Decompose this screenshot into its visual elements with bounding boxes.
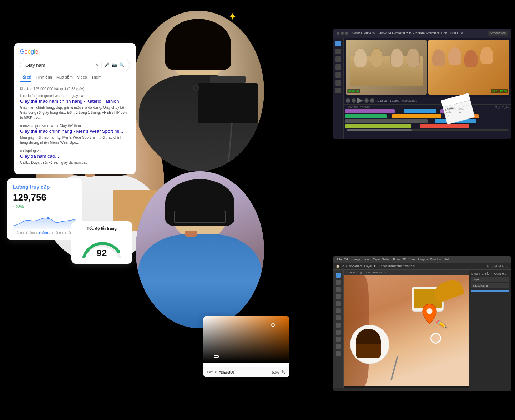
edit-pencil-icon: ✏️ — [436, 319, 447, 330]
photo-editor-panel: File Edit Image Layer Type Select Filter… — [333, 256, 511, 391]
segment-2-2 — [392, 114, 441, 118]
pe-tool-eraser[interactable] — [336, 315, 341, 320]
person-cameraman-oval — [132, 11, 264, 171]
pe-tool-gradient[interactable] — [336, 323, 341, 328]
color-picker: Hex ▾ #DE6B00 50% ✎ — [203, 316, 289, 377]
pe-tool-eyedrop[interactable] — [336, 294, 341, 299]
tab-images[interactable]: Hình ảnh — [36, 75, 52, 82]
cp-alpha-selector[interactable] — [214, 355, 219, 358]
pe-menu-edit[interactable]: Edit — [344, 258, 350, 261]
pe-layer-bg[interactable]: Background — [471, 283, 509, 288]
hair-cameraman — [165, 19, 231, 70]
preview-left-content — [346, 40, 427, 95]
ve-tool-6[interactable] — [335, 80, 341, 86]
preview-right-content — [428, 40, 509, 95]
ve-scrollbar[interactable] — [347, 129, 509, 131]
pe-menu-image[interactable]: Image — [352, 258, 360, 261]
person-cameraman-bg — [132, 11, 264, 171]
person-head-3 — [390, 48, 403, 67]
pe-layer-bar — [471, 290, 509, 292]
pe-auto-select[interactable]: ✓ Auto-Select — [342, 264, 362, 268]
tab-shopping[interactable]: Mua sắm — [56, 75, 73, 82]
camera-icon[interactable]: 📷 — [112, 62, 117, 67]
tab-all[interactable]: Tất cả — [20, 75, 31, 82]
pe-menu-select[interactable]: Select — [382, 258, 391, 261]
pe-menu-window[interactable]: Window — [430, 258, 442, 261]
pe-tool-hand[interactable] — [336, 351, 341, 356]
ve-dot-3 — [345, 32, 348, 35]
result-2-desc: Mua giày thể thao nam tại Men's Wear Spo… — [20, 135, 130, 145]
ve-filename: Source: 40/2024_34852_FLC-master.2 ✕ Pro… — [352, 31, 463, 35]
result-3-desc: Callt... Được thiết kế se... giày da nam… — [20, 160, 130, 165]
cp-hue-selector[interactable] — [206, 364, 211, 366]
pe-tool-brush[interactable] — [336, 301, 341, 306]
btn-play[interactable] — [357, 98, 363, 103]
result-1-url: katerio fashion.gosell.vn › nam › giay-n… — [20, 94, 130, 98]
ve-tool-3[interactable] — [335, 56, 341, 62]
pe-tool-move[interactable] — [336, 273, 341, 278]
result-2-title[interactable]: Giày thể thao chính hãng - Men's Wear Sp… — [20, 128, 130, 135]
clear-icon[interactable]: ✕ — [95, 62, 99, 67]
cp-eyedropper-icon[interactable]: ✎ — [281, 369, 286, 375]
pe-menu-help[interactable]: Help — [444, 258, 451, 261]
pe-tool-sidebar — [333, 270, 344, 388]
ve-tool-1[interactable] — [335, 41, 341, 46]
pe-tool-text[interactable] — [336, 337, 341, 342]
voice-icon[interactable]: 🎤 — [104, 62, 110, 67]
pe-menu-filter[interactable]: Filter — [393, 258, 400, 261]
ve-scrollbar-thumb[interactable] — [347, 129, 412, 131]
cp-bottom-row: Hex ▾ #DE6B00 50% ✎ — [203, 367, 289, 377]
cp-color-selector-dot[interactable] — [271, 323, 275, 327]
pe-tool-lasso[interactable] — [336, 280, 341, 285]
pe-menu-3d[interactable]: 3D — [402, 258, 407, 261]
ve-timeline-area: HEADING LEGENDS 31_4 31_14 — [344, 104, 511, 139]
search-bar[interactable]: Giày nam ✕ | 🎤 📷 🔍 — [20, 59, 130, 71]
pe-menu-view[interactable]: View — [409, 258, 415, 261]
pe-home-icon: 🏠 — [336, 264, 340, 268]
ve-tc-end: 00:03:11:11 — [402, 99, 417, 102]
ve-tool-2[interactable] — [335, 49, 341, 54]
ve-tl-label: HEADING LEGENDS — [347, 106, 370, 108]
btn-goto-end[interactable] — [370, 98, 374, 103]
pe-tool-stamp[interactable] — [336, 308, 341, 313]
segment-4-2 — [420, 124, 470, 128]
tab-more[interactable]: Thêm — [91, 75, 101, 82]
ve-tool-5[interactable] — [335, 72, 341, 78]
svg-point-0 — [47, 217, 49, 219]
traffic-chart — [13, 212, 76, 229]
pe-menu-file[interactable]: File — [337, 258, 342, 261]
pe-layer-label: Layer ▼ — [364, 264, 377, 268]
cp-chevron-down-icon[interactable]: ▾ — [215, 370, 217, 374]
search-icon[interactable]: 🔍 — [119, 62, 125, 67]
tab-video[interactable]: Video — [77, 75, 87, 82]
ve-tool-7[interactable] — [335, 88, 341, 93]
pe-options-bar: 🏠 ✓ Auto-Select Layer ▼ Show Transform C… — [333, 263, 511, 270]
result-3-title[interactable]: Giày da nam cao... — [20, 153, 130, 160]
pe-tool-pen[interactable] — [336, 330, 341, 335]
cp-opacity-value[interactable]: 50% — [272, 370, 279, 374]
pe-tool-shape[interactable] — [336, 344, 341, 349]
ve-marker-2: 31_14 — [502, 106, 509, 108]
pe-menu-layer[interactable]: Layer — [363, 258, 371, 261]
location-pin-icon — [421, 303, 438, 326]
btn-next-frame[interactable] — [364, 98, 369, 103]
video-editor-body: 00:00:04 00:01:12:00 — [333, 38, 511, 139]
btn-prev-frame[interactable] — [352, 98, 356, 103]
cp-hex-value[interactable]: #DE6B00 — [219, 370, 270, 374]
pe-tool-crop[interactable] — [336, 287, 341, 292]
google-search-card: G o o g l e Giày nam ✕ | 🎤 📷 🔍 Tất cả Hì… — [14, 43, 136, 174]
pe-show-transform[interactable]: Show Transform Controls — [378, 264, 415, 268]
main-scene: ✦ G o o g l e Giày nam ✕ | 🎤 📷 🔍 Tất cả … — [0, 0, 515, 420]
ve-dot-1 — [337, 32, 339, 35]
ve-production-tab[interactable]: Production — [488, 31, 508, 36]
pe-canvas-area: Untitled-1 @ 100% (RGB/8#) ✕ — [344, 270, 469, 388]
pe-menu-plugins[interactable]: Plugins — [418, 258, 428, 261]
result-1-title[interactable]: Giày thể thao nam chính hãng - Katerio F… — [20, 98, 130, 105]
ve-tool-4[interactable] — [335, 64, 341, 70]
pagespeed-label: Tốc độ tải trang — [76, 226, 127, 231]
pe-layer-1[interactable]: Layer 1 — [471, 277, 509, 282]
btn-goto-start[interactable] — [346, 98, 350, 103]
meeting-scene — [346, 40, 427, 95]
pe-menu-type[interactable]: Type — [373, 258, 380, 261]
segment-4-1 — [345, 124, 411, 128]
